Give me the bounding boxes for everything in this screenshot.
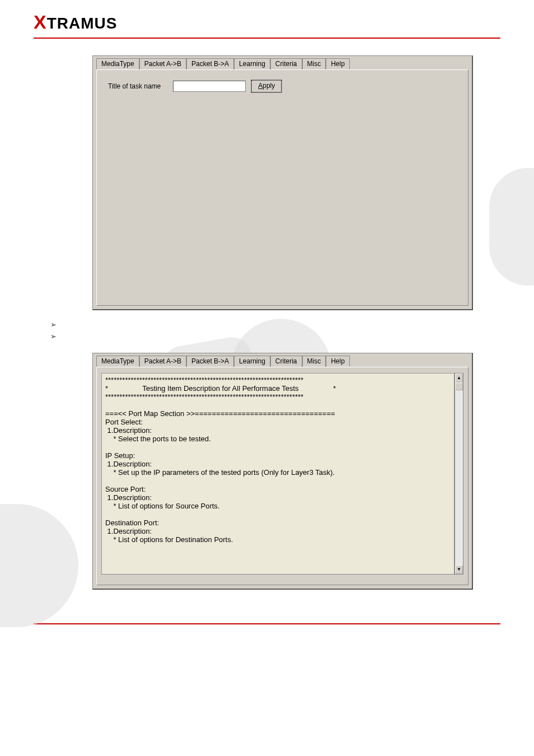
tab-mediatype[interactable]: MediaType [96,58,139,69]
help-textarea: ****************************************… [101,373,455,575]
tab-help[interactable]: Help [326,58,350,69]
scroll-thumb[interactable] [455,382,463,390]
tab-learning[interactable]: Learning [234,356,270,367]
panel-misc: MediaType Packet A->B Packet B->A Learni… [92,55,473,310]
panel-help: MediaType Packet A->B Packet B->A Learni… [92,353,473,590]
apply-button[interactable]: Apply [251,80,282,92]
watermark-shape [0,504,78,627]
tab-help[interactable]: Help [326,356,350,367]
tab-mediatype[interactable]: MediaType [96,356,139,367]
scroll-down-icon[interactable]: ▼ [455,565,463,574]
task-title-label: Title of task name [108,82,161,90]
scrollbar[interactable]: ▲ ▼ [455,373,463,575]
tab-learning[interactable]: Learning [234,58,270,69]
misc-tab-body: Title of task name Apply [97,70,468,305]
tab-criteria[interactable]: Criteria [270,58,302,69]
tab-packet-ba[interactable]: Packet B->A [186,356,234,367]
tab-misc[interactable]: Misc [302,356,326,367]
task-title-input[interactable] [173,81,246,92]
footer-divider [34,623,500,624]
bullet-arrow-icon: ➢ [50,331,58,343]
brand-logo: XTRAMUS [34,15,117,32]
tab-criteria[interactable]: Criteria [270,356,302,367]
brand-rest: TRAMUS [47,15,118,32]
tab-strip-2: MediaType Packet A->B Packet B->A Learni… [93,353,472,367]
scroll-up-icon[interactable]: ▲ [455,374,463,382]
header-divider [34,38,500,39]
tab-packet-ba[interactable]: Packet B->A [186,58,234,69]
bullet-arrow-icon: ➢ [50,319,58,331]
page-header: XTRAMUS [34,11,500,33]
tab-strip-1: MediaType Packet A->B Packet B->A Learni… [93,56,472,69]
tab-packet-ab[interactable]: Packet A->B [139,58,186,69]
help-tab-body: ****************************************… [97,367,468,585]
tab-packet-ab[interactable]: Packet A->B [139,356,186,367]
watermark-shape [489,168,534,286]
tab-misc[interactable]: Misc [302,58,326,69]
brand-x: X [34,11,47,32]
scroll-track[interactable] [455,382,463,565]
